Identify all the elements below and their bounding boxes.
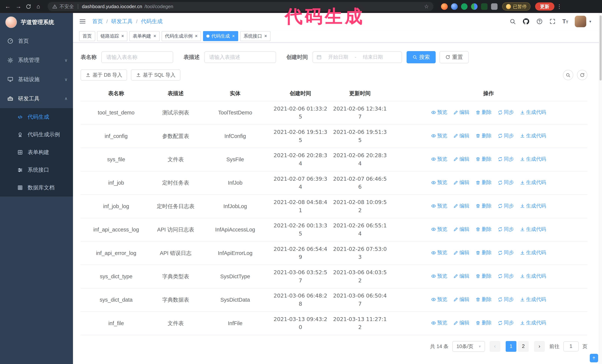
breadcrumb-devtools[interactable]: 研发工具 — [111, 18, 133, 25]
page-size-select[interactable]: 10条/页 ▾ — [452, 341, 485, 352]
edit-link[interactable]: 编辑 — [453, 319, 469, 327]
tab-item-4[interactable]: 代码生成 × — [203, 31, 238, 41]
hamburger-icon[interactable] — [79, 18, 86, 25]
generate-link[interactable]: 生成代码 — [520, 108, 546, 116]
sync-link[interactable]: 同步 — [498, 249, 514, 257]
delete-link[interactable]: 删除 — [475, 108, 492, 116]
leaf-extension-icon[interactable] — [481, 3, 487, 10]
scrollbar-thumb[interactable] — [600, 15, 602, 81]
toggle-search-button[interactable] — [563, 70, 573, 80]
avatar[interactable] — [575, 16, 586, 27]
preview-link[interactable]: 预览 — [431, 249, 447, 257]
edit-link[interactable]: 编辑 — [453, 202, 469, 210]
forward-button[interactable]: → — [14, 3, 23, 10]
edit-link[interactable]: 编辑 — [453, 225, 469, 233]
edit-link[interactable]: 编辑 — [453, 132, 469, 140]
bookmark-star-icon[interactable]: ☆ — [424, 3, 429, 10]
v-extension-icon[interactable] — [461, 3, 468, 10]
font-size-icon[interactable]: TT — [562, 18, 568, 25]
delete-link[interactable]: 删除 — [475, 319, 492, 327]
table-desc-input[interactable] — [204, 52, 276, 63]
sidebar-subitem-system-api[interactable]: 系统接口 — [0, 161, 73, 179]
address-bar[interactable]: 不安全 dashboard.yudao.iocoder.cn/tool/code… — [48, 2, 433, 11]
generate-link[interactable]: 生成代码 — [520, 178, 546, 187]
sidebar-subitem-db-doc[interactable]: 数据库文档 — [0, 179, 73, 197]
prev-page-button[interactable]: ‹ — [490, 341, 500, 352]
tab-close-icon[interactable]: × — [121, 34, 124, 38]
people-extension-icon[interactable] — [471, 3, 478, 10]
browser-menu-icon[interactable]: ⋮ — [556, 3, 563, 10]
back-button[interactable]: ← — [3, 3, 12, 10]
backtop-button[interactable] — [590, 354, 598, 362]
sync-link[interactable]: 同步 — [498, 272, 514, 280]
update-button[interactable]: 更新 — [535, 2, 554, 10]
delete-link[interactable]: 删除 — [475, 295, 492, 304]
caret-down-icon[interactable]: ▾ — [589, 19, 591, 24]
preview-link[interactable]: 预览 — [431, 202, 447, 210]
fullscreen-icon[interactable] — [549, 18, 556, 25]
sync-link[interactable]: 同步 — [498, 155, 514, 163]
preview-link[interactable]: 预览 — [431, 319, 447, 327]
search-icon[interactable] — [509, 18, 516, 25]
github-icon[interactable] — [522, 18, 530, 25]
tab-item-5[interactable]: 系统接口 × — [240, 31, 270, 41]
import-db-button[interactable]: 基于 DB 导入 — [81, 69, 127, 81]
sidebar-subitem-codegen[interactable]: 代码生成 — [0, 108, 73, 126]
sidebar-item-infra[interactable]: 基础设施 ∨ — [0, 70, 73, 89]
next-page-button[interactable]: › — [534, 341, 545, 352]
preview-link[interactable]: 预览 — [431, 132, 447, 140]
search-button[interactable]: 搜索 — [407, 51, 436, 63]
sync-link[interactable]: 同步 — [498, 295, 514, 304]
generate-link[interactable]: 生成代码 — [520, 132, 546, 140]
delete-link[interactable]: 删除 — [475, 202, 492, 210]
edit-link[interactable]: 编辑 — [453, 155, 469, 163]
tab-close-icon[interactable]: × — [195, 34, 198, 38]
generate-link[interactable]: 生成代码 — [520, 155, 546, 163]
delete-link[interactable]: 删除 — [475, 155, 492, 163]
page-button-2[interactable]: 2 — [518, 341, 529, 352]
drop-extension-icon[interactable] — [451, 3, 458, 10]
edit-link[interactable]: 编辑 — [453, 249, 469, 257]
preview-link[interactable]: 预览 — [431, 295, 447, 304]
sync-link[interactable]: 同步 — [498, 132, 514, 140]
page-button-1[interactable]: 1 — [506, 341, 516, 352]
edit-link[interactable]: 编辑 — [453, 295, 469, 304]
table-name-input[interactable] — [101, 52, 173, 63]
edit-link[interactable]: 编辑 — [453, 272, 469, 280]
delete-link[interactable]: 删除 — [475, 225, 492, 233]
start-date-input[interactable] — [323, 54, 353, 60]
help-icon[interactable] — [536, 18, 543, 25]
puzzle-extension-icon[interactable] — [491, 3, 497, 10]
preview-link[interactable]: 预览 — [431, 272, 447, 280]
breadcrumb-current[interactable]: 代码生成 — [141, 18, 162, 25]
preview-link[interactable]: 预览 — [431, 178, 447, 187]
tab-item-2[interactable]: 表单构建 × — [129, 31, 160, 41]
generate-link[interactable]: 生成代码 — [520, 295, 546, 304]
generate-link[interactable]: 生成代码 — [520, 249, 546, 257]
edit-link[interactable]: 编辑 — [453, 108, 469, 116]
goto-page-input[interactable] — [563, 341, 579, 351]
tab-item-1[interactable]: 链路追踪 × — [97, 31, 128, 41]
preview-link[interactable]: 预览 — [431, 108, 447, 116]
sidebar-subitem-form-builder[interactable]: 表单构建 — [0, 144, 73, 161]
generate-link[interactable]: 生成代码 — [520, 225, 546, 233]
sync-link[interactable]: 同步 — [498, 178, 514, 187]
reload-button[interactable] — [25, 4, 32, 10]
edit-link[interactable]: 编辑 — [453, 178, 469, 187]
preview-link[interactable]: 预览 — [431, 155, 447, 163]
generate-link[interactable]: 生成代码 — [520, 202, 546, 210]
home-button[interactable]: ⌂ — [34, 3, 43, 10]
tab-close-icon[interactable]: × — [154, 34, 156, 38]
breadcrumb-home[interactable]: 首页 — [92, 18, 103, 25]
delete-link[interactable]: 删除 — [475, 249, 492, 257]
sidebar-item-dev-tools[interactable]: 研发工具 ∧ — [0, 89, 73, 108]
refresh-table-button[interactable] — [577, 70, 587, 80]
fox-extension-icon[interactable] — [441, 3, 448, 10]
delete-link[interactable]: 删除 — [475, 132, 492, 140]
paused-badge[interactable]: 已暂停 — [502, 2, 530, 10]
end-date-input[interactable] — [358, 54, 387, 60]
delete-link[interactable]: 删除 — [475, 178, 492, 187]
tab-close-icon[interactable]: × — [264, 34, 267, 38]
tab-item-3[interactable]: 代码生成示例 × — [161, 31, 201, 41]
sync-link[interactable]: 同步 — [498, 319, 514, 327]
